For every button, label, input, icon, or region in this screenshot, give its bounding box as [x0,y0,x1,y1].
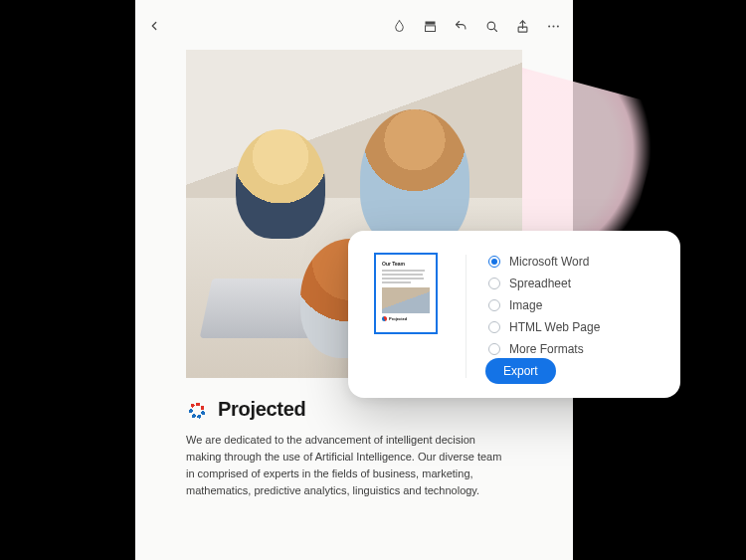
svg-point-7 [557,25,559,27]
brand-name: Projected [218,398,305,421]
export-button[interactable]: Export [485,358,556,384]
export-option-label: Microsoft Word [509,255,589,269]
radio-icon [488,321,500,333]
svg-point-5 [548,25,550,27]
thumb-brand-logo-icon [382,316,387,321]
export-panel: Our Team Projected Microsoft Word Spread… [348,231,680,398]
body-text: We are dedicated to the advancement of i… [186,432,502,499]
panel-divider [466,255,466,378]
share-icon[interactable] [515,19,530,34]
droplet-icon[interactable] [392,19,407,34]
svg-line-3 [494,28,497,31]
more-icon[interactable] [546,19,561,34]
radio-icon [488,256,500,268]
radio-icon [488,299,500,311]
radio-icon [488,278,500,289]
radio-icon [488,343,500,355]
export-option-image[interactable]: Image [488,298,600,312]
panel-icon[interactable] [423,19,438,34]
svg-rect-0 [426,21,436,24]
export-option-spreadsheet[interactable]: Spreadheet [488,277,600,290]
back-button[interactable] [147,19,161,33]
export-option-more[interactable]: More Formats [488,342,600,356]
export-option-word[interactable]: Microsoft Word [488,255,600,269]
export-option-label: Spreadheet [509,277,571,290]
brand-row: Projected [186,398,305,421]
export-option-label: More Formats [509,342,584,356]
undo-icon[interactable] [454,19,468,34]
thumb-brand: Projected [389,316,407,321]
export-option-label: Image [509,298,542,312]
export-option-html[interactable]: HTML Web Page [488,320,600,334]
brand-logo-icon [186,399,208,421]
thumb-title: Our Team [382,261,430,267]
export-option-label: HTML Web Page [509,320,600,334]
document-thumbnail[interactable]: Our Team Projected [374,253,438,334]
svg-rect-1 [426,25,436,31]
top-toolbar [135,14,573,38]
svg-point-6 [553,25,555,27]
search-icon[interactable] [484,19,499,34]
